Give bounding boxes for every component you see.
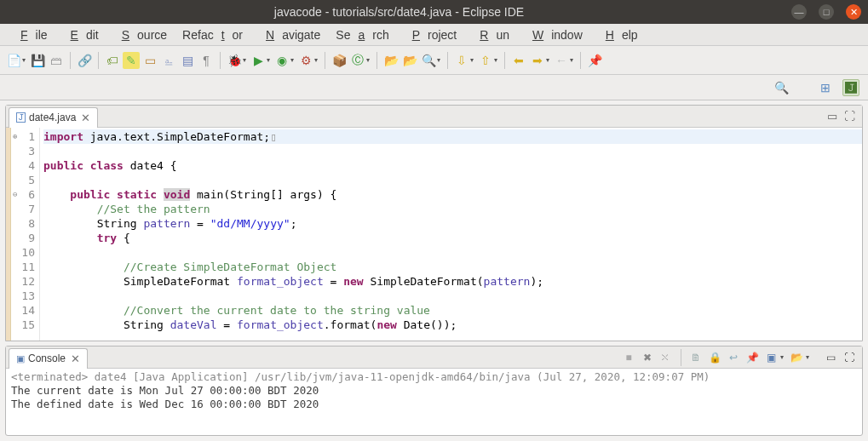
menu-file[interactable]: File — [5, 26, 55, 44]
run-last-dropdown-icon[interactable]: ▾ — [314, 56, 318, 64]
open-console-button[interactable]: 📂 — [789, 350, 804, 365]
debug-dropdown-icon[interactable]: ▾ — [243, 56, 246, 64]
menu-search[interactable]: Search — [328, 26, 396, 44]
console-line: The defined date is Wed Dec 16 00:00:00 … — [11, 398, 857, 411]
display-console-button[interactable]: ▣ — [763, 350, 779, 365]
menu-project[interactable]: Project — [397, 26, 465, 44]
pin-console-button[interactable]: 📌 — [744, 350, 760, 365]
console-line: The current date is Mon Jul 27 00:00:00 … — [11, 384, 857, 398]
new-package-button[interactable]: 📦 — [331, 52, 348, 69]
search-button[interactable]: 🔍 — [420, 52, 437, 69]
console-output[interactable]: <terminated> date4 [Java Application] /u… — [6, 369, 862, 435]
show-line-button[interactable]: ▤ — [179, 52, 196, 69]
open-type-button[interactable]: 📂 — [382, 52, 400, 69]
quick-access-search-icon[interactable]: 🔍 — [773, 79, 790, 96]
back-hist-dropdown-icon[interactable]: ▾ — [570, 56, 573, 64]
save-all-button[interactable]: 🗃 — [48, 52, 65, 69]
console-tab[interactable]: ▣ Console ✕ — [9, 348, 88, 369]
line-number-gutter: ⊕1 3 4 5 ⊖6 7 8 9 10 11 12 13 14 15 — [11, 128, 40, 341]
menu-window[interactable]: Window — [517, 26, 590, 44]
open-task-button[interactable]: 📂 — [401, 52, 418, 69]
toggle-breadcrumb-button[interactable]: 🏷 — [104, 52, 121, 69]
new-button[interactable]: 📄 — [5, 52, 22, 69]
paragraph-button[interactable]: ¶ — [198, 52, 215, 69]
window-maximize-button[interactable]: □ — [819, 4, 834, 20]
toggle-block-button[interactable]: ▭ — [141, 52, 158, 69]
new-class-dropdown-icon[interactable]: ▾ — [366, 56, 370, 64]
java-perspective-button[interactable]: 🅹 — [842, 79, 859, 96]
run-last-button[interactable]: ⚙ — [297, 52, 314, 69]
link-editor-button[interactable]: 🔗 — [76, 52, 93, 69]
editor-tab-close-icon[interactable]: ✕ — [81, 112, 90, 124]
toggle-mark-button[interactable]: ✎ — [123, 52, 140, 69]
console-maximize-icon[interactable]: ⛶ — [842, 350, 857, 365]
terminate-button[interactable]: ■ — [621, 350, 636, 365]
back-button[interactable]: ⬅ — [510, 52, 527, 69]
save-button[interactable]: 💾 — [29, 52, 46, 69]
prev-ann-dropdown-icon[interactable]: ▾ — [470, 56, 474, 64]
display-dropdown-icon[interactable]: ▾ — [780, 353, 784, 361]
console-pane: ▣ Console ✕ ■ ✖ ⛌ 🗎 🔒 ↩ 📌 ▣▾ 📂▾ ▭ ⛶ <ter… — [5, 346, 863, 436]
coverage-dropdown-icon[interactable]: ▾ — [290, 56, 294, 64]
console-icon: ▣ — [16, 353, 25, 364]
window-title: javacode - tutorials/src/date4.java - Ec… — [7, 5, 791, 19]
editor-tab-controls: ▭ ⛶ — [827, 110, 862, 123]
menu-edit[interactable]: Edit — [55, 26, 106, 44]
next-ann-dropdown-icon[interactable]: ▾ — [494, 56, 497, 64]
fold-expand-icon[interactable]: ⊕ — [13, 129, 17, 144]
menu-navigate[interactable]: Navigate — [250, 26, 328, 44]
remove-all-button[interactable]: ⛌ — [658, 350, 674, 365]
forward-button[interactable]: ➡ — [529, 52, 546, 69]
run-button[interactable]: ▶ — [250, 52, 267, 69]
word-wrap-button[interactable]: ↩ — [726, 350, 741, 365]
coverage-button[interactable]: ◉ — [273, 52, 290, 69]
window-minimize-button[interactable]: — — [791, 4, 807, 20]
console-toolbar: ■ ✖ ⛌ 🗎 🔒 ↩ 📌 ▣▾ 📂▾ ▭ ⛶ — [621, 349, 862, 366]
window-controls: — □ ✕ — [791, 4, 861, 20]
back-history-button[interactable]: ← — [553, 52, 570, 69]
open-perspective-button[interactable]: ⊞ — [817, 79, 834, 96]
console-tab-close-icon[interactable]: ✕ — [71, 352, 80, 365]
console-tab-label: Console — [28, 352, 66, 364]
prev-annotation-button[interactable]: ⇩ — [453, 52, 470, 69]
editor-minimize-icon[interactable]: ▭ — [827, 110, 837, 123]
new-dropdown-icon[interactable]: ▾ — [22, 56, 26, 64]
menu-run[interactable]: Run — [464, 26, 517, 44]
forward-dropdown-icon[interactable]: ▾ — [546, 56, 549, 64]
clear-console-button[interactable]: 🗎 — [688, 350, 704, 365]
main-toolbar: 📄▾ 💾 🗃 🔗 🏷 ✎ ▭ ⎁ ▤ ¶ 🐞▾ ▶▾ ◉▾ ⚙▾ 📦 Ⓒ▾ 📂 … — [0, 46, 868, 75]
editor-pane: 🄹 date4.java ✕ ▭ ⛶ ⊕1 3 4 5 ⊖6 7 8 9 10 … — [5, 105, 863, 341]
editor-tabbar: 🄹 date4.java ✕ ▭ ⛶ — [6, 106, 862, 128]
console-launch-header: <terminated> date4 [Java Application] /u… — [11, 370, 857, 384]
open-console-dropdown-icon[interactable]: ▾ — [806, 353, 809, 361]
console-minimize-icon[interactable]: ▭ — [823, 350, 838, 365]
menu-source[interactable]: Source — [106, 26, 175, 44]
scroll-lock-button[interactable]: 🔒 — [707, 350, 722, 365]
editor-maximize-icon[interactable]: ⛶ — [844, 110, 855, 123]
window-close-button[interactable]: ✕ — [846, 4, 861, 20]
menubar: File Edit Source Refactor Navigate Searc… — [0, 24, 868, 46]
new-class-button[interactable]: Ⓒ — [349, 52, 366, 69]
fold-collapse-icon[interactable]: ⊖ — [13, 187, 17, 202]
menu-help[interactable]: Help — [590, 26, 646, 44]
pin-editor-button[interactable]: 📌 — [586, 52, 603, 69]
debug-button[interactable]: 🐞 — [226, 52, 243, 69]
next-annotation-button[interactable]: ⇧ — [477, 52, 494, 69]
menu-refactor[interactable]: Refactor — [175, 26, 250, 44]
window-titlebar: javacode - tutorials/src/date4.java - Ec… — [0, 0, 868, 24]
remove-launch-button[interactable]: ✖ — [640, 350, 655, 365]
editor-tab-label: date4.java — [29, 112, 76, 123]
source-code[interactable]: import java.text.SimpleDateFormat;▯ publ… — [40, 128, 862, 341]
java-file-icon: 🄹 — [16, 112, 26, 123]
code-area[interactable]: ⊕1 3 4 5 ⊖6 7 8 9 10 11 12 13 14 15 impo… — [6, 128, 862, 341]
console-tabbar: ▣ Console ✕ ■ ✖ ⛌ 🗎 🔒 ↩ 📌 ▣▾ 📂▾ ▭ ⛶ — [6, 346, 862, 369]
search-dropdown-icon[interactable]: ▾ — [437, 56, 440, 64]
editor-tab-date4[interactable]: 🄹 date4.java ✕ — [9, 107, 98, 128]
toggle-whitespace-button[interactable]: ⎁ — [160, 52, 177, 69]
run-dropdown-icon[interactable]: ▾ — [267, 56, 270, 64]
perspective-toolbar: 🔍 ⊞ 🅹 — [0, 75, 868, 100]
